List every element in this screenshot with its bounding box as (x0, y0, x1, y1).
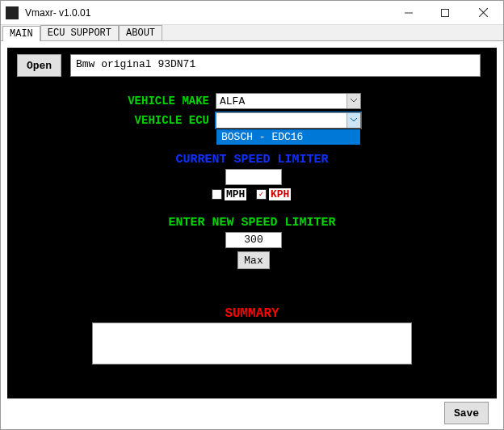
checkbox-icon (212, 189, 222, 200)
window-controls (390, 1, 503, 25)
checkbox-icon (256, 189, 267, 200)
current-limiter-input[interactable] (225, 169, 282, 185)
chevron-down-icon (346, 94, 360, 108)
summary-label: SUMMARY (7, 306, 497, 321)
enter-new-limiter-label: ENTER NEW SPEED LIMITER (7, 216, 497, 230)
close-button[interactable] (463, 1, 503, 25)
max-button[interactable]: Max (237, 251, 270, 269)
summary-textarea[interactable] (92, 322, 412, 365)
mph-label: MPH (225, 188, 246, 200)
tab-ecu-support[interactable]: ECU SUPPORT (40, 25, 119, 40)
tab-main[interactable]: MAIN (2, 26, 40, 41)
minimize-button[interactable] (390, 1, 426, 25)
kph-label: KPH (269, 188, 291, 200)
title-bar: Vmaxr- v1.0.01 (1, 1, 503, 25)
tab-about[interactable]: ABOUT (119, 25, 162, 40)
vehicle-ecu-dropdown-item[interactable]: BOSCH - EDC16 (216, 129, 361, 145)
new-limiter-input[interactable]: 300 (225, 232, 282, 248)
window-title: Vmaxr- v1.0.01 (25, 7, 390, 19)
main-panel: Open Bmw original 93DN71 VEHICLE MAKE AL… (7, 48, 497, 398)
vehicle-ecu-combo[interactable] (216, 112, 361, 129)
tab-bar: MAIN ECU SUPPORT ABOUT (1, 25, 503, 41)
vehicle-make-label: VEHICLE MAKE (80, 95, 209, 108)
chevron-down-icon (346, 113, 360, 128)
svg-rect-1 (441, 9, 448, 16)
maximize-button[interactable] (426, 1, 463, 25)
vehicle-make-value: ALFA (216, 95, 346, 108)
vehicle-make-combo[interactable]: ALFA (216, 93, 361, 109)
current-limiter-label: CURRENT SPEED LIMITER (7, 153, 497, 167)
mph-checkbox[interactable]: MPH (212, 188, 246, 200)
save-button[interactable]: Save (444, 402, 489, 424)
tab-content: Open Bmw original 93DN71 VEHICLE MAKE AL… (1, 41, 503, 429)
app-icon (6, 6, 19, 19)
open-button[interactable]: Open (17, 54, 61, 77)
vehicle-ecu-label: VEHICLE ECU (80, 114, 209, 127)
file-path-input[interactable]: Bmw original 93DN71 (70, 54, 481, 77)
kph-checkbox[interactable]: KPH (256, 188, 291, 200)
